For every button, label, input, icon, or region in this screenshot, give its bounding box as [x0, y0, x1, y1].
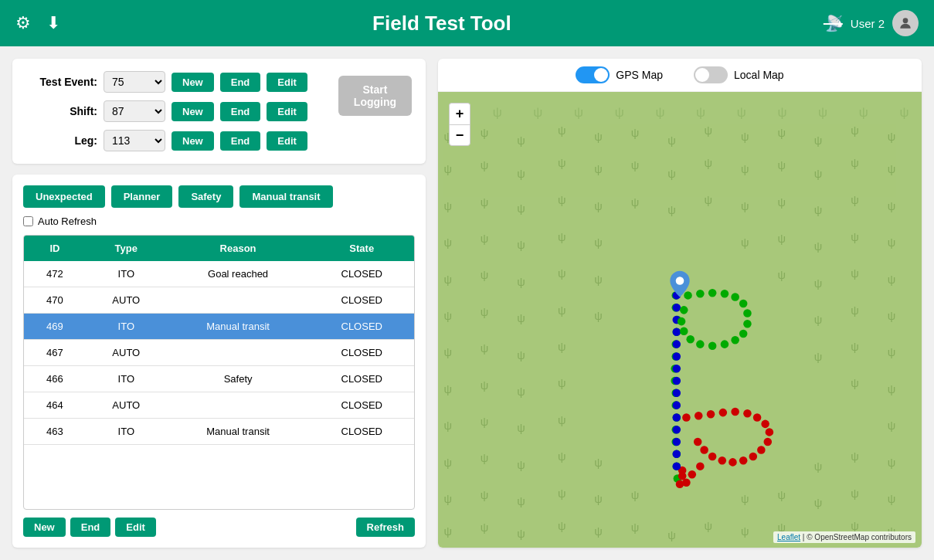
table-row[interactable]: 467AUTOCLOSED — [24, 340, 414, 366]
gps-map-toggle[interactable] — [576, 66, 610, 83]
svg-text:ψ: ψ — [558, 194, 566, 206]
bottom-row: New End Edit Refresh — [23, 518, 415, 537]
leg-new-button[interactable]: New — [172, 131, 214, 151]
header: ⚙ ⬇ Field Test Tool 📡 User 2 — [0, 0, 934, 46]
cell-type: AUTO — [86, 287, 167, 314]
svg-point-176 — [673, 365, 681, 373]
cell-state: CLOSED — [309, 366, 414, 392]
svg-text:ψ: ψ — [667, 204, 676, 216]
table-row[interactable]: 470AUTOCLOSED — [24, 287, 414, 314]
zoom-out-button[interactable]: − — [449, 124, 470, 146]
svg-text:ψ: ψ — [814, 240, 823, 253]
svg-text:ψ: ψ — [443, 310, 452, 322]
shift-end-button[interactable]: End — [220, 102, 261, 121]
svg-point-174 — [673, 340, 681, 348]
svg-text:ψ: ψ — [631, 521, 640, 534]
settings-icon[interactable]: ⚙ — [15, 13, 31, 33]
svg-text:ψ: ψ — [705, 124, 713, 137]
svg-text:ψ: ψ — [594, 200, 603, 212]
cell-type: AUTO — [86, 340, 167, 366]
svg-text:ψ: ψ — [481, 232, 489, 245]
svg-text:ψ: ψ — [851, 450, 859, 463]
test-event-row: Test Event: 75 New End Edit — [28, 71, 307, 93]
auto-refresh-checkbox[interactable] — [23, 216, 33, 226]
svg-text:ψ: ψ — [443, 383, 452, 395]
svg-text:ψ: ψ — [443, 273, 452, 286]
table-row[interactable]: 469ITOManual transitCLOSED — [24, 314, 414, 340]
test-event-select[interactable]: 75 — [104, 71, 165, 93]
svg-text:ψ: ψ — [533, 105, 542, 120]
refresh-button[interactable]: Refresh — [356, 518, 415, 537]
planner-tab[interactable]: Planner — [111, 185, 173, 208]
svg-text:ψ: ψ — [631, 196, 640, 209]
svg-text:ψ: ψ — [741, 163, 749, 175]
col-id: ID — [24, 236, 86, 261]
svg-text:ψ: ψ — [594, 456, 603, 469]
leg-end-button[interactable]: End — [220, 131, 261, 151]
zoom-controls: + − — [449, 103, 470, 146]
svg-point-193 — [739, 330, 748, 338]
svg-point-187 — [708, 289, 717, 297]
svg-point-159 — [729, 458, 737, 467]
svg-point-180 — [673, 413, 681, 422]
svg-text:ψ: ψ — [851, 304, 859, 317]
svg-text:ψ: ψ — [517, 168, 525, 180]
leaflet-link[interactable]: Leaflet — [777, 533, 800, 541]
zoom-in-button[interactable]: + — [449, 103, 470, 124]
svg-point-186 — [696, 290, 705, 298]
start-logging-button[interactable]: StartLogging — [338, 76, 412, 116]
table-row[interactable]: 466ITOSafetyCLOSED — [24, 366, 414, 392]
test-event-new-button[interactable]: New — [172, 73, 214, 92]
svg-point-155 — [764, 438, 773, 446]
test-event-edit-button[interactable]: Edit — [267, 73, 307, 92]
svg-point-197 — [696, 340, 705, 348]
svg-text:ψ: ψ — [705, 157, 713, 169]
leg-select[interactable]: 113 — [104, 130, 165, 151]
leg-edit-button[interactable]: Edit — [267, 131, 307, 151]
svg-text:ψ: ψ — [558, 157, 566, 169]
svg-point-185 — [684, 291, 692, 300]
cell-reason: Safety — [167, 366, 310, 392]
test-event-end-button[interactable]: End — [220, 73, 261, 92]
cell-type: ITO — [86, 366, 167, 392]
svg-point-190 — [739, 300, 748, 308]
table-row[interactable]: 463ITOManual transitCLOSED — [24, 419, 414, 445]
edit-button[interactable]: Edit — [115, 518, 156, 537]
svg-text:ψ: ψ — [705, 194, 713, 206]
svg-text:ψ: ψ — [594, 236, 603, 249]
svg-text:ψ: ψ — [777, 127, 786, 139]
manual-transit-tab[interactable]: Manual transit — [239, 185, 332, 208]
download-icon[interactable]: ⬇ — [46, 13, 60, 33]
shift-select[interactable]: 87 — [104, 100, 165, 122]
safety-tab[interactable]: Safety — [178, 185, 233, 208]
tabs-card: Unexpected Planner Safety Manual transit… — [12, 175, 426, 548]
svg-point-192 — [743, 320, 752, 328]
new-button[interactable]: New — [23, 518, 66, 537]
svg-point-157 — [749, 453, 758, 461]
svg-text:ψ: ψ — [888, 456, 896, 469]
table-row[interactable]: 472ITOGoal reachedCLOSED — [24, 261, 414, 287]
auto-refresh-label: Auto Refresh — [38, 216, 97, 227]
svg-text:ψ: ψ — [558, 231, 566, 243]
svg-text:ψ: ψ — [859, 105, 868, 120]
avatar[interactable] — [892, 10, 919, 36]
svg-point-156 — [757, 446, 766, 454]
svg-point-158 — [739, 456, 748, 465]
shift-new-button[interactable]: New — [172, 102, 214, 121]
svg-point-189 — [731, 293, 739, 301]
svg-text:ψ: ψ — [851, 194, 859, 206]
shift-edit-button[interactable]: Edit — [267, 102, 307, 121]
svg-point-195 — [721, 340, 729, 348]
local-map-toggle[interactable] — [694, 66, 728, 83]
svg-text:ψ: ψ — [777, 489, 786, 501]
svg-point-178 — [673, 389, 681, 398]
table-row[interactable]: 464AUTOCLOSED — [24, 392, 414, 419]
svg-text:ψ: ψ — [558, 124, 566, 137]
svg-text:ψ: ψ — [443, 525, 452, 538]
cell-id: 472 — [24, 261, 86, 287]
svg-point-183 — [673, 450, 681, 459]
svg-text:ψ: ψ — [814, 351, 823, 363]
end-button[interactable]: End — [70, 518, 111, 537]
svg-text:ψ: ψ — [481, 521, 489, 534]
unexpected-tab[interactable]: Unexpected — [23, 185, 105, 208]
